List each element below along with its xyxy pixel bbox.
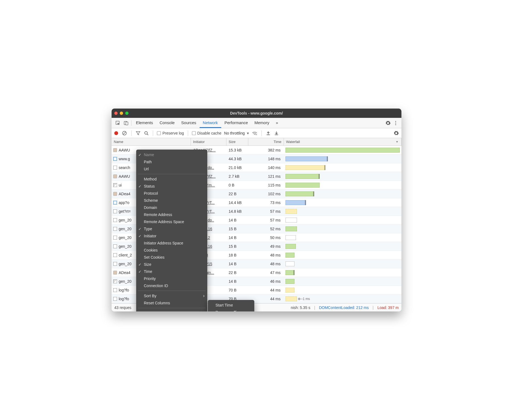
device-toggle-icon[interactable] (122, 119, 130, 127)
maximize-window-icon[interactable] (125, 112, 129, 115)
menu-item-cookies[interactable]: Cookies (136, 247, 207, 254)
throttling-select[interactable]: No throttling (224, 131, 249, 135)
menu-item-status[interactable]: Status (136, 183, 207, 190)
cell-time: 52 ms (248, 227, 284, 231)
file-name: gen_20 (119, 218, 132, 222)
waterfall-submenu[interactable]: Start TimeResponse TimeEnd TimeTotal Dur… (208, 300, 254, 311)
file-icon (113, 262, 117, 266)
upload-icon[interactable] (266, 130, 271, 136)
clear-icon[interactable] (121, 130, 127, 136)
kebab-icon[interactable] (392, 119, 399, 127)
cell-size: 15 B (226, 227, 248, 231)
menu-item-type[interactable]: Type (136, 225, 207, 232)
file-icon (113, 271, 117, 275)
status-load: Load: 397 m (377, 305, 399, 310)
tab-network[interactable]: Network (200, 118, 221, 128)
close-window-icon[interactable] (114, 112, 118, 115)
menu-item-scheme[interactable]: Scheme (136, 197, 207, 204)
cell-time: 48 ms (248, 253, 284, 257)
cell-time: 382 ms (248, 148, 284, 152)
menu-item-sort-by[interactable]: Sort By (136, 292, 207, 299)
cell-size: 14 B (226, 262, 248, 266)
cell-size: 18 B (226, 253, 248, 257)
menu-item-remote-address[interactable]: Remote Address (136, 211, 207, 218)
status-dcl: DOMContentLoaded: 212 ms (319, 305, 369, 310)
menu-item-domain[interactable]: Domain (136, 204, 207, 211)
cell-size: 70 B (226, 288, 248, 292)
tab-console[interactable]: Console (156, 118, 178, 128)
tab-performance[interactable]: Performance (221, 118, 251, 128)
menu-item-reset-columns[interactable]: Reset Columns (136, 299, 207, 307)
svg-point-8 (145, 132, 147, 134)
download-icon[interactable] (274, 130, 279, 136)
column-context-menu[interactable]: NamePathUrlMethodStatusProtocolSchemeDom… (136, 150, 207, 311)
menu-item-response-headers[interactable]: Response Headers (136, 310, 207, 311)
waterfall-bar (285, 148, 400, 153)
cell-size: 14 B (226, 279, 248, 284)
menu-item-remote-address-space[interactable]: Remote Address Space (136, 218, 207, 225)
search-icon[interactable] (144, 130, 149, 136)
cell-time: 57 ms (248, 218, 284, 222)
menu-item-initiator[interactable]: Initiator (136, 232, 207, 240)
menu-item-url[interactable]: Url (136, 165, 207, 173)
tab-elements[interactable]: Elements (133, 118, 156, 128)
submenu-item-start-time[interactable]: Start Time (208, 302, 254, 309)
svg-line-7 (123, 132, 126, 135)
file-name: gen_20 (119, 227, 132, 231)
menu-item-size[interactable]: Size (136, 261, 207, 268)
menu-item-name[interactable]: Name (136, 151, 207, 158)
cell-size: 21.0 kB (226, 165, 248, 170)
cell-size: 15.3 kB (226, 148, 248, 152)
col-time[interactable]: Time (248, 138, 284, 145)
tabs-overflow[interactable]: » (273, 118, 281, 128)
cell-time: 44 ms (248, 288, 284, 292)
col-initiator[interactable]: Initiator (191, 138, 226, 145)
col-size[interactable]: Size (226, 138, 248, 145)
svg-line-9 (147, 134, 148, 135)
tab-sources[interactable]: Sources (178, 118, 200, 128)
submenu-item-response-time[interactable]: Response Time (208, 309, 254, 311)
tab-memory[interactable]: Memory (251, 118, 273, 128)
file-name: search (119, 165, 130, 170)
file-name: ui (119, 183, 122, 187)
svg-point-5 (395, 124, 396, 125)
minimize-window-icon[interactable] (120, 112, 123, 115)
waterfall-bar (285, 191, 314, 196)
gear-icon[interactable] (384, 119, 392, 127)
file-icon (113, 244, 117, 248)
panel-settings-gear-icon[interactable] (393, 130, 399, 136)
waterfall-bar (285, 288, 295, 293)
cell-time: 148 ms (248, 157, 284, 161)
inspect-icon[interactable] (114, 119, 122, 127)
network-conditions-icon[interactable] (252, 131, 258, 136)
cell-size: 22 B (226, 192, 248, 196)
menu-item-set-cookies[interactable]: Set Cookies (136, 254, 207, 261)
file-name: gen_20 (119, 262, 132, 266)
menu-item-method[interactable]: Method (136, 176, 207, 183)
disable-cache-checkbox[interactable]: Disable cache (192, 131, 221, 135)
preserve-log-checkbox[interactable]: Preserve log (157, 131, 184, 135)
waterfall-bar (285, 261, 295, 266)
col-name[interactable]: Name (112, 138, 191, 145)
filter-icon[interactable] (135, 130, 141, 136)
menu-item-time[interactable]: Time (136, 268, 207, 275)
waterfall-bar (285, 209, 297, 214)
menu-item-connection-id[interactable]: Connection ID (136, 282, 207, 289)
file-name: www.g (119, 157, 130, 161)
menu-item-path[interactable]: Path (136, 158, 207, 165)
cell-size: 2.7 kB (226, 174, 248, 179)
file-name: log?fo (119, 297, 129, 301)
record-button[interactable] (114, 131, 119, 136)
waterfall-bar (285, 174, 320, 179)
file-name: ADea4 (119, 270, 130, 275)
menu-item-protocol[interactable]: Protocol (136, 190, 207, 197)
menu-item-priority[interactable]: Priority (136, 275, 207, 282)
file-icon (113, 236, 117, 240)
cell-size: 22 B (226, 270, 248, 275)
cell-time: 50 ms (248, 235, 284, 240)
traffic-lights (114, 112, 129, 115)
panel-tabs: ElementsConsoleSourcesNetworkPerformance… (112, 118, 401, 128)
file-icon (113, 279, 117, 283)
col-waterfall[interactable]: Waterfall (284, 138, 401, 145)
menu-item-initiator-address-space[interactable]: Initiator Address Space (136, 240, 207, 247)
